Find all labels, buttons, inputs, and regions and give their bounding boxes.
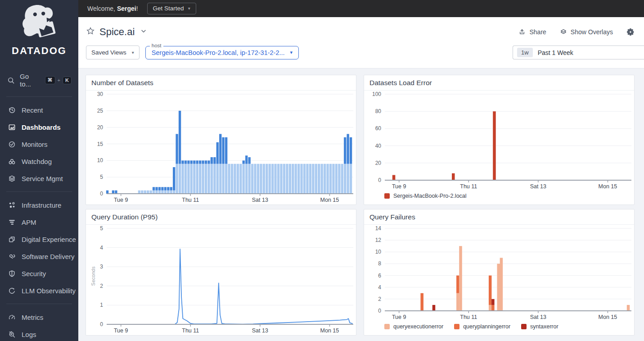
widget-number-of-datasets[interactable]: Number of Datasets 051015202530Tue 9Thu … <box>86 75 356 205</box>
sidebar-item-infrastructure[interactable]: Infrastructure <box>0 196 78 214</box>
svg-text:40: 40 <box>375 143 382 149</box>
svg-text:Tue 9: Tue 9 <box>114 197 128 203</box>
get-started-button[interactable]: Get Started ▾ <box>147 3 196 14</box>
share-icon <box>518 28 526 36</box>
sidebar-item-watchdog[interactable]: Watchdog <box>0 153 78 170</box>
sidebar-item-recent[interactable]: Recent <box>0 101 78 118</box>
saved-views-dropdown[interactable]: Saved Views ▾ <box>86 45 140 59</box>
share-button[interactable]: Share <box>518 28 546 36</box>
svg-text:20: 20 <box>375 160 382 166</box>
legend-item[interactable]: queryplanningerror <box>454 323 510 330</box>
svg-text:Thu 11: Thu 11 <box>182 197 199 203</box>
datadog-logo[interactable]: DATADOG <box>0 0 78 57</box>
welcome-text: Welcome, Sergei! <box>87 5 138 12</box>
svg-text:4: 4 <box>378 284 381 291</box>
widget-title: Datasets Load Error <box>364 75 634 91</box>
svg-text:1: 1 <box>100 302 103 308</box>
line-chart-query-duration[interactable]: 012345Tue 9Thu 11Sat 13Mon 15 <box>86 225 356 335</box>
widget-query-duration[interactable]: Query Duration (P95) Seconds 012345Tue 9… <box>86 209 356 336</box>
sidebar-item-label: APM <box>22 218 36 226</box>
sidebar-item-label: LLM Observability <box>22 287 76 295</box>
sidebar-item-software-delivery[interactable]: Software Delivery <box>0 248 78 265</box>
bar-chart-query-failures[interactable]: 02468101214Tue 9Thu 11Sat 13Mon 15 <box>364 225 634 322</box>
sidebar-item-logs[interactable]: Logs <box>0 326 78 341</box>
svg-text:60: 60 <box>375 125 382 132</box>
svg-text:2: 2 <box>378 296 381 302</box>
time-range-badge: 1w <box>517 48 533 57</box>
goto-search[interactable]: Go to... ⌘ + K <box>0 68 78 92</box>
svg-text:0: 0 <box>378 308 381 314</box>
svg-text:Sat 13: Sat 13 <box>252 327 268 334</box>
clock-rewind-icon <box>8 106 16 114</box>
sidebar-item-service-mgmt[interactable]: Service Mgmt <box>0 170 78 187</box>
svg-text:25: 25 <box>97 108 104 114</box>
svg-text:0: 0 <box>378 177 381 183</box>
bar-chart-datasets-load-error[interactable]: 020406080100Tue 9Thu 11Sat 13Mon 15 <box>364 91 634 191</box>
legend-item[interactable]: queryexecutionerror <box>384 323 443 330</box>
flame-graph-icon <box>8 218 16 226</box>
y-axis-unit-label: Seconds <box>90 263 96 290</box>
sidebar-item-metrics[interactable]: Metrics <box>0 309 78 326</box>
legend-swatch <box>384 324 390 329</box>
widget-query-failures[interactable]: Query Failures 02468101214Tue 9Thu 11Sat… <box>364 209 635 336</box>
layers-icon <box>8 174 16 182</box>
infra-dots-icon <box>8 201 16 209</box>
svg-text:2: 2 <box>100 283 103 289</box>
sidebar-item-llm-observability[interactable]: LLM Observability <box>0 282 78 299</box>
svg-text:Mon 15: Mon 15 <box>320 327 339 334</box>
svg-text:Mon 15: Mon 15 <box>599 183 617 190</box>
sidebar-divider <box>6 96 72 97</box>
svg-text:10: 10 <box>375 249 382 255</box>
binoculars-icon <box>8 157 16 165</box>
favorite-star-icon[interactable] <box>86 27 95 37</box>
sidebar-item-dashboards[interactable]: Dashboards <box>0 118 78 136</box>
dashboards-icon <box>8 123 16 131</box>
settings-gear-button[interactable] <box>626 28 635 36</box>
legend-item[interactable]: Sergeis-MacBook-Pro-2.local <box>384 193 467 199</box>
log-search-icon <box>8 330 16 338</box>
sidebar-item-digital-experience[interactable]: Digital Experience <box>0 231 78 248</box>
svg-text:Sat 13: Sat 13 <box>530 183 546 190</box>
host-template-variable-dropdown[interactable]: host Sergeis-MacBook-Pro-2.local, ip-172… <box>145 46 299 59</box>
datadog-dog-icon <box>18 4 60 43</box>
kbd-plus: + <box>58 77 60 83</box>
sidebar-item-label: Monitors <box>22 141 48 148</box>
time-range-picker[interactable]: 1w Past 1 Week <box>513 45 644 59</box>
sidebar-item-label: Digital Experience <box>22 236 76 243</box>
delivery-loop-icon <box>8 252 16 260</box>
svg-text:Tue 9: Tue 9 <box>392 314 406 320</box>
sidebar-item-label: Recent <box>22 106 43 114</box>
controls-row: Saved Views ▾ host Sergeis-MacBook-Pro-2… <box>86 45 635 59</box>
legend-item[interactable]: syntaxerror <box>521 323 558 330</box>
widget-datasets-load-error[interactable]: Datasets Load Error 020406080100Tue 9Thu… <box>364 75 635 205</box>
svg-text:Mon 15: Mon 15 <box>320 197 339 203</box>
sidebar-item-security[interactable]: Security <box>0 265 78 282</box>
sidebar-item-label: Logs <box>22 331 36 338</box>
svg-text:4: 4 <box>100 245 103 251</box>
sidebar-item-label: Software Delivery <box>22 253 75 260</box>
bar-chart-number-of-datasets[interactable]: 051015202530Tue 9Thu 11Sat 13Mon 15 <box>86 91 356 205</box>
monitors-icon <box>8 140 16 148</box>
show-overlays-button[interactable]: Show Overlays <box>560 28 613 36</box>
sidebar-item-label: Dashboards <box>22 123 61 131</box>
sidebar-item-monitors[interactable]: Monitors <box>0 136 78 153</box>
dashboard-header: Spice.ai Share Show Overlays <box>78 17 644 68</box>
sidebar-divider <box>6 304 72 304</box>
legend-label: queryplanningerror <box>463 323 510 330</box>
goto-label: Go to... <box>20 73 35 88</box>
sidebar: DATADOG Go to... ⌘ + K RecentDashboardsM… <box>0 0 78 341</box>
svg-text:Sat 13: Sat 13 <box>530 314 546 320</box>
sidebar-item-apm[interactable]: APM <box>0 214 78 231</box>
widget-title: Number of Datasets <box>86 75 356 91</box>
datadog-wordmark: DATADOG <box>0 45 78 57</box>
svg-text:Thu 11: Thu 11 <box>182 327 199 334</box>
svg-text:Tue 9: Tue 9 <box>114 327 128 334</box>
svg-text:3: 3 <box>100 264 103 270</box>
title-chevron-down-icon[interactable] <box>140 27 147 36</box>
sidebar-item-label: Security <box>22 270 46 277</box>
svg-text:Mon 15: Mon 15 <box>599 314 617 320</box>
chevron-down-icon: ▾ <box>290 50 293 55</box>
svg-text:20: 20 <box>97 124 104 131</box>
chevron-down-icon: ▾ <box>188 6 190 11</box>
svg-text:5: 5 <box>100 174 103 180</box>
